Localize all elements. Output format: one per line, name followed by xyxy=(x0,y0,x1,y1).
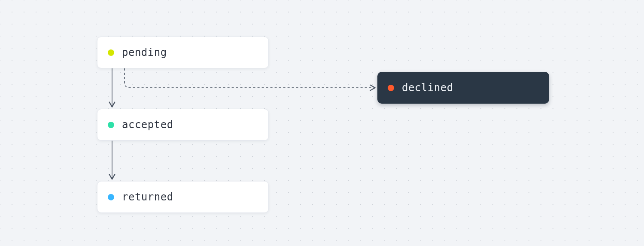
state-label: pending xyxy=(122,46,167,58)
state-node-accepted: accepted xyxy=(97,109,269,141)
edge-pending-declined xyxy=(125,68,374,88)
state-node-declined: declined xyxy=(377,72,549,104)
state-node-returned: returned xyxy=(97,181,269,213)
status-dot-returned xyxy=(108,194,114,200)
state-label: returned xyxy=(122,191,173,203)
state-node-pending: pending xyxy=(97,37,269,68)
connectors xyxy=(0,0,644,246)
status-dot-declined xyxy=(388,85,394,91)
diagram-canvas: pending accepted returned declined xyxy=(0,0,644,246)
state-label: accepted xyxy=(122,119,173,131)
status-dot-pending xyxy=(108,49,114,56)
status-dot-accepted xyxy=(108,122,114,128)
state-label: declined xyxy=(402,82,453,94)
